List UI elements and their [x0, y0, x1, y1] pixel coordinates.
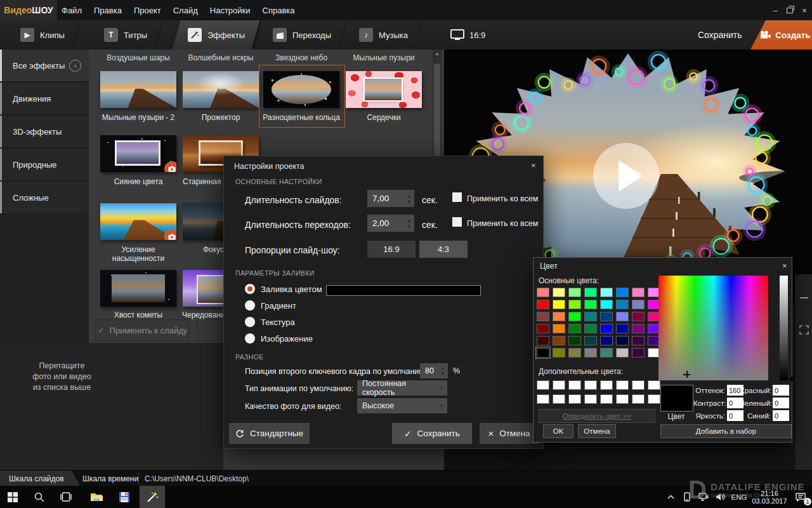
color-swatch[interactable]	[616, 288, 629, 297]
color-swatch[interactable]	[632, 336, 645, 345]
task-view-icon[interactable]	[53, 486, 79, 508]
color-swatch[interactable]	[616, 394, 629, 404]
aspect-169-button[interactable]: 16:9	[367, 241, 416, 258]
color-swatch[interactable]	[553, 380, 565, 390]
color-swatch[interactable]	[632, 312, 645, 321]
hue-saturation-field[interactable]	[658, 276, 768, 380]
tab-clips[interactable]: ▶ Клипы	[9, 20, 76, 50]
defaults-button[interactable]: Стандартные	[229, 423, 310, 444]
color-swatch[interactable]	[600, 288, 613, 297]
restore-icon[interactable]	[784, 4, 796, 16]
color-swatch[interactable]	[616, 380, 629, 390]
close-icon[interactable]: ×	[799, 4, 810, 16]
color-swatch[interactable]	[568, 348, 581, 358]
color-swatch[interactable]	[632, 348, 645, 358]
red-input[interactable]: 0	[773, 385, 789, 396]
tab-titles[interactable]: T Титры	[93, 20, 159, 50]
aspect-43-button[interactable]: 4:3	[419, 241, 468, 258]
menu-item-file[interactable]: Файл	[62, 6, 82, 15]
tray-volume-icon[interactable]	[712, 486, 728, 508]
effect-label[interactable]: Усиление насыщенности	[97, 245, 180, 263]
color-swatch[interactable]	[537, 324, 549, 333]
animation-type-dropdown[interactable]: Постоянная скорость ▼	[357, 380, 447, 396]
tray-device-icon[interactable]	[679, 486, 695, 508]
color-swatch[interactable]	[616, 300, 629, 309]
menu-item-project[interactable]: Проект	[134, 6, 161, 15]
fill-color-swatch[interactable]	[326, 285, 481, 296]
spinner-arrows-icon[interactable]: ▲▼	[404, 218, 414, 229]
save-button[interactable]: ✓ Сохранить	[392, 423, 472, 444]
color-swatch[interactable]	[568, 312, 581, 321]
color-swatch[interactable]	[537, 288, 549, 297]
color-swatch[interactable]	[616, 348, 629, 358]
apply-all-slides-checkbox[interactable]	[452, 192, 462, 202]
effect-label[interactable]: Сердечки	[343, 113, 425, 122]
photo-quality-dropdown[interactable]: Высокое ▼	[357, 398, 447, 413]
clock[interactable]: 21:16 03.03.2017	[750, 490, 789, 505]
fill-color-radio[interactable]	[245, 284, 255, 294]
menu-item-edit[interactable]: Правка	[94, 6, 122, 15]
color-swatch[interactable]	[600, 312, 613, 321]
tab-slide-scale[interactable]: Шкала слайдов	[0, 471, 81, 486]
color-swatch[interactable]	[537, 348, 549, 358]
color-swatch[interactable]	[537, 336, 549, 345]
fill-gradient-radio[interactable]	[245, 300, 255, 311]
color-swatch[interactable]	[553, 324, 565, 333]
color-swatch[interactable]	[568, 324, 581, 333]
color-swatch[interactable]	[568, 288, 581, 297]
color-swatch[interactable]	[632, 324, 645, 333]
color-swatch[interactable]	[584, 300, 597, 309]
apply-all-transitions-checkbox[interactable]	[452, 217, 462, 227]
effect-label[interactable]: Хвост кометы	[97, 311, 180, 319]
color-swatch[interactable]	[584, 380, 597, 390]
cancel-button[interactable]: Отмена	[578, 424, 616, 438]
aspect-ratio-indicator[interactable]: 16:9	[450, 20, 485, 50]
sidebar-item-motion[interactable]: Движения	[0, 83, 89, 115]
color-swatch[interactable]	[584, 348, 597, 358]
play-button[interactable]	[593, 143, 659, 209]
effect-label[interactable]: Сияние цвета	[97, 177, 180, 186]
language-indicator[interactable]: ENG	[728, 486, 750, 508]
color-swatch[interactable]	[600, 300, 613, 309]
scroll-up-icon[interactable]: ▲	[433, 51, 442, 57]
color-swatch[interactable]	[632, 300, 645, 309]
effect-thumb-saturation-boost[interactable]	[100, 203, 176, 240]
color-swatch[interactable]	[568, 300, 581, 309]
sidebar-item-all-effects[interactable]: Все эффекты ›	[0, 50, 89, 82]
color-swatch[interactable]	[553, 312, 565, 321]
menu-item-slide[interactable]: Слайд	[173, 6, 198, 15]
color-swatch[interactable]	[553, 288, 565, 297]
color-swatch[interactable]	[553, 336, 565, 345]
transition-duration-spinner[interactable]: 2,00 ▲▼	[367, 215, 414, 232]
ok-button[interactable]: OK	[543, 424, 573, 438]
minimize-icon[interactable]: –	[769, 4, 781, 16]
define-custom-color-button[interactable]: Определить цвет >>	[539, 409, 655, 423]
color-swatch[interactable]	[584, 312, 597, 321]
tab-music[interactable]: ♪ Музыка	[348, 20, 419, 50]
effect-thumb-spotlight[interactable]	[183, 71, 259, 108]
keyframe-position-spinner[interactable]: 80 ▲▼	[420, 363, 448, 378]
add-to-custom-button[interactable]: Добавить в набор	[660, 424, 792, 438]
save-project-button[interactable]: Сохранить	[698, 20, 742, 50]
effect-thumb-color-rings[interactable]	[263, 71, 339, 108]
color-swatch[interactable]	[632, 380, 645, 390]
color-swatch[interactable]	[568, 336, 581, 345]
fullscreen-icon[interactable]	[799, 325, 809, 335]
color-swatch[interactable]	[616, 324, 629, 333]
color-swatch[interactable]	[616, 312, 629, 321]
effect-thumb-soap-bubbles-2[interactable]	[100, 71, 176, 108]
close-icon[interactable]: ×	[531, 161, 536, 170]
color-swatch[interactable]	[600, 336, 613, 345]
color-swatch[interactable]	[537, 394, 549, 404]
color-swatch[interactable]	[568, 380, 581, 390]
color-swatch[interactable]	[616, 336, 629, 345]
color-swatch[interactable]	[584, 394, 597, 404]
start-button[interactable]	[0, 486, 25, 508]
color-swatch[interactable]	[537, 380, 549, 390]
fill-texture-radio[interactable]	[245, 317, 255, 327]
slide-duration-spinner[interactable]: 7,00 ▲▼	[367, 190, 414, 207]
green-input[interactable]: 0	[773, 398, 789, 408]
sidebar-item-3d[interactable]: 3D-эффекты	[0, 116, 89, 148]
tab-effects[interactable]: Эффекты	[176, 20, 256, 50]
color-swatch[interactable]	[600, 380, 613, 390]
